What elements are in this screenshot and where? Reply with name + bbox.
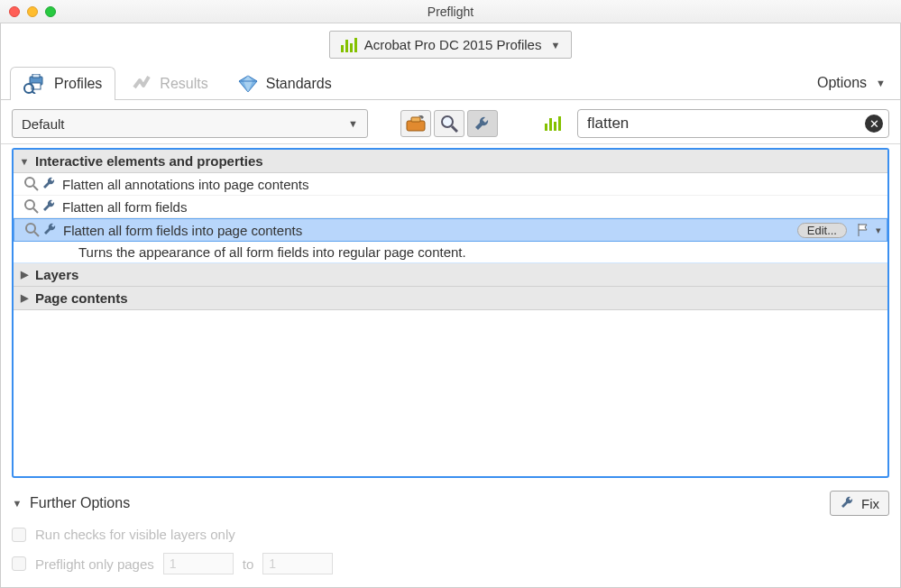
profiles-dropdown[interactable]: Acrobat Pro DC 2015 Profiles ▼ (329, 31, 573, 59)
svg-line-13 (33, 186, 38, 190)
toolbox-icon (406, 115, 426, 132)
magnifier-wrench-icon (23, 198, 40, 215)
disclosure-open-icon: ▼ (19, 156, 30, 167)
svg-point-10 (442, 116, 453, 127)
svg-line-17 (34, 232, 39, 236)
page-to-input (262, 553, 333, 574)
wrench-icon (42, 222, 59, 238)
bars-icon (341, 38, 357, 52)
search-input[interactable] (587, 115, 865, 133)
list-item-description: Turns the appearance of all form fields … (14, 242, 887, 263)
svg-rect-9 (411, 117, 420, 122)
tab-standards[interactable]: Standards (222, 67, 345, 100)
library-select-value: Default (22, 116, 65, 132)
wrench-icon (840, 495, 856, 511)
group-title: Interactive elements and properties (35, 153, 263, 169)
list-item-label: Flatten all annotations into page conten… (62, 177, 309, 192)
disclosure-open-icon[interactable]: ▼ (12, 498, 23, 509)
group-title: Page contents (35, 290, 128, 306)
show-all-button[interactable] (538, 110, 568, 137)
printer-search-icon (23, 73, 49, 95)
chevron-down-icon: ▼ (550, 40, 560, 51)
list-item[interactable]: Flatten all form fields (14, 196, 887, 218)
library-select[interactable]: Default ▼ (12, 109, 368, 138)
inspect-button[interactable] (434, 110, 464, 137)
tab-results[interactable]: Results (115, 67, 221, 100)
to-label: to (243, 556, 254, 572)
chevron-down-icon: ▼ (876, 78, 886, 88)
list-item[interactable]: Flatten all annotations into page conten… (14, 173, 887, 196)
list-item-selected[interactable]: Flatten all form fields into page conten… (14, 218, 887, 242)
svg-point-12 (25, 178, 34, 187)
item-flag-menu[interactable]: ▾ (856, 223, 881, 237)
group-title: Layers (35, 267, 78, 282)
svg-point-16 (26, 224, 35, 233)
profiles-dropdown-label: Acrobat Pro DC 2015 Profiles (364, 37, 542, 52)
options-menu[interactable]: Options ▼ (812, 71, 891, 95)
chevron-down-icon: ▼ (348, 118, 358, 129)
svg-line-4 (32, 91, 35, 94)
close-icon: ✕ (869, 117, 879, 131)
group-header-page-contents[interactable]: ▶ Page contents (14, 287, 887, 310)
search-box[interactable]: ✕ (577, 109, 889, 138)
only-pages-label: Preflight only pages (35, 556, 154, 572)
svg-line-15 (33, 208, 38, 213)
titlebar: Preflight (0, 0, 901, 23)
bars-icon (545, 116, 561, 131)
wrench-icon (41, 198, 58, 215)
tabs: Profiles Results Standards Options (1, 66, 900, 100)
window-title: Preflight (0, 5, 901, 19)
list-item-label: Flatten all form fields into page conten… (63, 223, 302, 238)
svg-rect-8 (407, 121, 425, 131)
fix-button[interactable]: Fix (830, 491, 889, 516)
tab-profiles-label: Profiles (54, 76, 102, 92)
only-pages-checkbox (12, 556, 26, 571)
fixups-filter-button[interactable] (467, 110, 498, 137)
toolbox-button[interactable] (400, 110, 431, 137)
tab-standards-label: Standards (266, 76, 332, 92)
list-item-label: Flatten all form fields (62, 199, 187, 215)
group-header-layers[interactable]: ▶ Layers (14, 263, 887, 287)
visible-layers-checkbox (12, 528, 26, 542)
group-header-interactive[interactable]: ▼ Interactive elements and properties (14, 150, 887, 173)
disclosure-closed-icon: ▶ (19, 292, 30, 304)
magnifier-wrench-icon (23, 176, 40, 192)
tab-profiles[interactable]: Profiles (10, 67, 115, 100)
fix-button-label: Fix (861, 496, 879, 511)
results-icon (129, 73, 154, 95)
diamond-icon (235, 73, 261, 95)
window-minimize-button[interactable] (27, 6, 38, 17)
visible-layers-label: Run checks for visible layers only (35, 527, 235, 542)
magnifier-icon (440, 115, 458, 133)
chevron-down-icon: ▾ (876, 225, 881, 236)
svg-line-11 (452, 126, 457, 132)
page-from-input (163, 553, 234, 574)
results-list[interactable]: ▼ Interactive elements and properties Fl… (12, 148, 889, 478)
svg-point-14 (25, 200, 34, 209)
tab-results-label: Results (160, 76, 207, 92)
svg-rect-1 (32, 74, 40, 78)
magnifier-wrench-icon (24, 222, 41, 238)
window-zoom-button[interactable] (45, 6, 56, 17)
clear-search-button[interactable]: ✕ (865, 115, 883, 133)
window-close-button[interactable] (9, 6, 20, 17)
further-options-title: Further Options (30, 495, 130, 511)
wrench-icon (41, 176, 58, 192)
disclosure-closed-icon: ▶ (19, 269, 30, 280)
options-label: Options (817, 75, 867, 91)
wrench-icon (473, 115, 492, 133)
flag-icon (856, 223, 870, 237)
edit-button[interactable]: Edit... (797, 223, 847, 238)
